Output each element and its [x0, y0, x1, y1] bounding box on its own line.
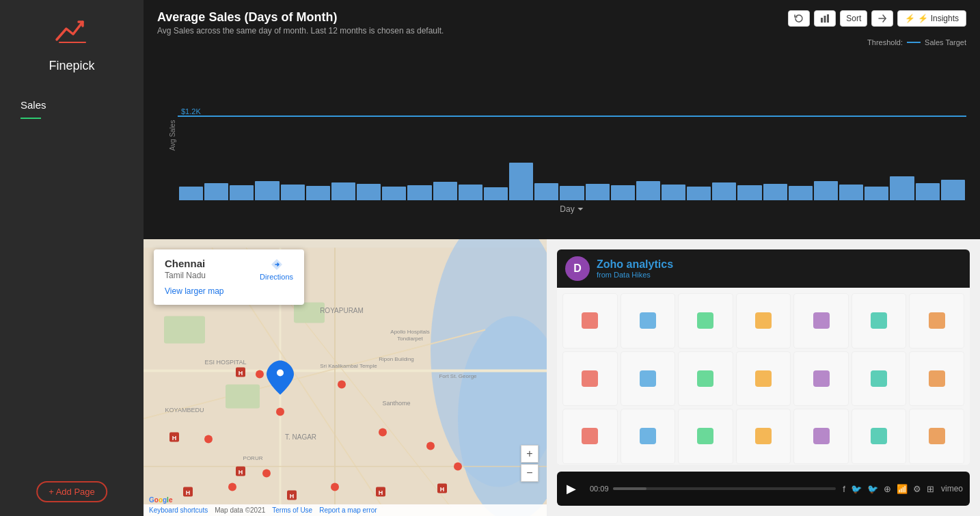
svg-text:Apollo Hospitals: Apollo Hospitals: [390, 329, 429, 335]
threshold-info: Threshold: Sales Target: [157, 38, 966, 46]
settings-icon[interactable]: ⚙: [913, 484, 921, 494]
analytics-icon-item[interactable]: [562, 293, 618, 349]
y-axis-label: Avg Sales: [169, 120, 176, 151]
terms-link[interactable]: Terms of Use: [272, 506, 312, 514]
keyboard-shortcuts-link[interactable]: Keyboard shortcuts: [149, 506, 208, 514]
chart-title-block: Average Sales (Days of Month) Avg Sales …: [157, 10, 444, 36]
svg-rect-57: [871, 312, 887, 329]
chart-bar: [712, 182, 736, 200]
sidebar-item-sales[interactable]: Sales: [14, 94, 130, 116]
svg-point-31: [228, 483, 236, 491]
facebook-icon[interactable]: f: [843, 484, 845, 494]
chart-bar: [611, 185, 635, 200]
chart-bar: [865, 187, 888, 200]
chart-bar: [509, 163, 533, 200]
chart-bar: [179, 187, 203, 200]
map-footer: Keyboard shortcuts Map data ©2021 Terms …: [144, 504, 547, 516]
refresh-button[interactable]: [788, 10, 810, 27]
chart-bar: [560, 186, 584, 200]
svg-text:H: H: [239, 469, 243, 476]
popup-directions[interactable]: Directions: [260, 258, 293, 281]
analytics-icon-item[interactable]: [793, 351, 849, 407]
analytics-icon-item[interactable]: [562, 351, 618, 407]
twitter-icon-1[interactable]: 🐦: [851, 484, 862, 494]
analytics-icon-item[interactable]: [736, 293, 791, 349]
chart-bar: [814, 181, 838, 200]
analytics-icon-item[interactable]: [562, 409, 618, 464]
svg-rect-67: [640, 428, 656, 444]
chart-bar: [890, 176, 914, 200]
zoom-out-button[interactable]: −: [521, 464, 539, 482]
chart-bar: [255, 181, 279, 200]
analytics-icon-item[interactable]: [678, 351, 733, 407]
svg-text:T. NAGAR: T. NAGAR: [285, 433, 316, 441]
analytics-title-block: Zoho analytics from Data Hikes: [597, 258, 673, 279]
map-container[interactable]: ROYAPURAM ESI HOSPITAL KOYAMBEDU T. NAGA…: [144, 239, 547, 516]
analytics-icon-item[interactable]: [678, 293, 733, 349]
chart-bar: [281, 185, 305, 200]
svg-rect-14: [226, 385, 260, 409]
insights-button[interactable]: ⚡ ⚡ Insights: [897, 10, 966, 27]
analytics-icons-grid: [557, 288, 970, 465]
zoom-controls: + −: [521, 445, 539, 482]
video-progress-fill: [613, 487, 646, 490]
svg-rect-69: [755, 428, 772, 444]
chart-bar: [763, 184, 787, 200]
analytics-icon-item[interactable]: [793, 409, 849, 464]
analytics-icon-item[interactable]: [621, 351, 676, 407]
analytics-icon-item[interactable]: [852, 293, 907, 349]
popup-header: Chennai Tamil Nadu Directions: [165, 258, 293, 281]
report-error-link[interactable]: Report a map error: [319, 506, 377, 514]
chart-title: Average Sales (Days of Month): [157, 10, 444, 25]
svg-rect-56: [813, 312, 830, 329]
video-icons: f 🐦 🐦 ⊕ 📶 ⚙ ⊞: [836, 484, 941, 494]
svg-text:H: H: [239, 370, 243, 377]
chart-bar: [382, 187, 406, 200]
svg-point-26: [379, 429, 387, 437]
grid-icon[interactable]: ⊞: [927, 484, 934, 494]
analytics-icon-item[interactable]: [852, 351, 907, 407]
chart-subtitle: Avg Sales across the same day of month. …: [157, 26, 444, 36]
svg-text:Sri Kaalikambal Temple: Sri Kaalikambal Temple: [320, 363, 377, 369]
chart-bar: [204, 183, 228, 200]
svg-rect-72: [929, 428, 945, 444]
signal-icon: 📶: [897, 484, 908, 494]
vimeo-logo: vimeo: [941, 484, 970, 493]
svg-rect-58: [929, 312, 945, 329]
svg-rect-62: [755, 370, 772, 387]
svg-text:ESI HOSPITAL: ESI HOSPITAL: [205, 359, 247, 366]
chart-type-button[interactable]: [814, 10, 836, 27]
analytics-icon-item[interactable]: [909, 351, 964, 407]
logo-area: Finepick: [49, 14, 94, 73]
zoom-in-button[interactable]: +: [521, 445, 539, 463]
chart-header: Average Sales (Days of Month) Avg Sales …: [157, 10, 966, 36]
chart-bar: [586, 184, 610, 200]
analytics-icon-item[interactable]: [852, 409, 907, 464]
share-icon[interactable]: ⊕: [884, 484, 891, 494]
analytics-icon-item[interactable]: [736, 351, 791, 407]
add-page-button[interactable]: + Add Page: [36, 481, 107, 502]
twitter-icon-2[interactable]: 🐦: [867, 484, 878, 494]
analytics-icon-item[interactable]: [621, 409, 676, 464]
sort-button[interactable]: Sort: [840, 10, 867, 27]
svg-rect-55: [755, 312, 772, 329]
analytics-icon-item[interactable]: [909, 293, 964, 349]
svg-text:ROYAPURAM: ROYAPURAM: [320, 307, 364, 314]
chart-bar: [433, 182, 457, 200]
analytics-icon-item[interactable]: [793, 293, 849, 349]
svg-text:H: H: [290, 493, 295, 500]
chart-bar: [484, 187, 508, 200]
view-larger-map-link[interactable]: View larger map: [165, 286, 223, 296]
analytics-icon-item[interactable]: [678, 409, 733, 464]
svg-text:H: H: [379, 489, 383, 496]
video-progress[interactable]: [613, 487, 836, 490]
play-button[interactable]: ▶: [557, 474, 586, 503]
analytics-avatar: D: [565, 256, 590, 281]
chart-bar: [407, 185, 431, 200]
svg-rect-53: [640, 312, 656, 329]
analytics-icon-item[interactable]: [736, 409, 791, 464]
analytics-icon-item[interactable]: [909, 409, 964, 464]
x-axis-label[interactable]: Day: [560, 204, 584, 214]
share-button[interactable]: [871, 10, 893, 27]
analytics-icon-item[interactable]: [621, 293, 676, 349]
